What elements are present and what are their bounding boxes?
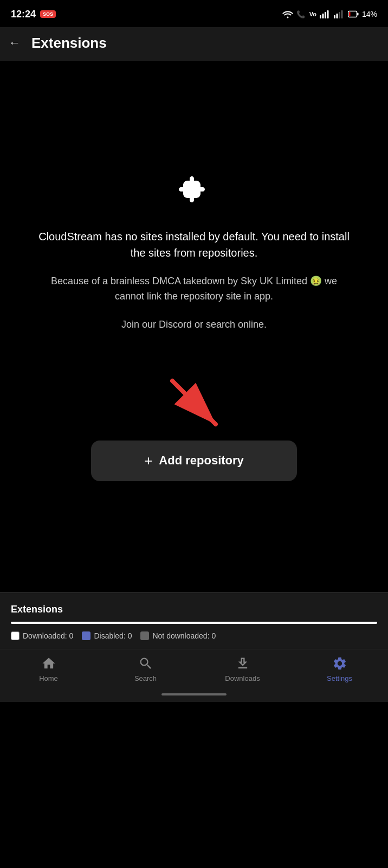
signal-icon (320, 10, 331, 18)
svg-rect-7 (339, 12, 340, 18)
disabled-dot (82, 631, 90, 640)
nav-item-search[interactable]: Search (97, 656, 194, 682)
svg-rect-4 (327, 10, 328, 18)
downloaded-dot (11, 631, 20, 640)
search-icon (138, 656, 153, 671)
status-bar: 12:24 SOS 📞 Vo (0, 0, 388, 27)
svg-rect-10 (357, 13, 359, 16)
extensions-section: Extensions Downloaded: 0 Disabled: 0 Not… (0, 592, 388, 649)
puzzle-icon (174, 172, 214, 213)
plus-icon: + (144, 452, 152, 469)
downloads-icon (235, 656, 250, 671)
svg-text:📞: 📞 (296, 10, 306, 18)
extensions-progress-bar (11, 622, 377, 624)
battery-icon (348, 10, 359, 18)
settings-icon (332, 656, 347, 671)
status-left: 12:24 SOS (11, 9, 56, 20)
nav-label-search: Search (134, 674, 157, 682)
dmca-text: Because of a brainless DMCA takedown by … (42, 274, 346, 304)
extensions-label: Extensions (11, 604, 377, 615)
not-downloaded-label: Not downloaded: 0 (152, 631, 216, 640)
add-repository-button[interactable]: + Add repository (91, 441, 297, 481)
svg-rect-1 (320, 15, 321, 18)
discord-text: Join our Discord or search online. (121, 317, 267, 332)
nav-item-home[interactable]: Home (0, 656, 97, 682)
signal2-icon (334, 10, 345, 18)
disabled-label: Disabled: 0 (94, 631, 132, 640)
svg-line-13 (172, 381, 216, 424)
svg-rect-11 (349, 12, 351, 16)
bottom-nav: Home Search Downloads Settings (0, 649, 388, 693)
home-indicator-bar (161, 693, 227, 695)
main-content: CloudStream has no sites installed by de… (0, 61, 388, 592)
status-time: 12:24 (11, 9, 36, 20)
description-text-1: CloudStream has no sites installed by de… (31, 228, 357, 261)
back-button[interactable]: ← (7, 34, 23, 52)
top-bar: ← Extensions (0, 27, 388, 61)
nav-item-settings[interactable]: Settings (291, 656, 388, 682)
nav-label-downloads: Downloads (225, 674, 260, 682)
bottom-indicator (0, 693, 388, 702)
volte-icon: Vo (309, 11, 316, 17)
svg-rect-6 (336, 14, 338, 18)
page-title: Extensions (31, 35, 107, 52)
status-right: 📞 Vo 14% (282, 10, 377, 18)
legend-not-downloaded: Not downloaded: 0 (140, 631, 216, 640)
add-repository-label: Add repository (159, 454, 243, 468)
arrow-btn-section: + Add repository (16, 375, 372, 481)
battery-percentage: 14% (362, 10, 377, 18)
legend-downloaded: Downloaded: 0 (11, 631, 73, 640)
nav-label-home: Home (39, 674, 58, 682)
svg-rect-8 (341, 10, 342, 18)
nav-label-settings: Settings (327, 674, 352, 682)
wifi-icon (282, 10, 293, 18)
not-downloaded-dot (140, 631, 149, 640)
legend-row: Downloaded: 0 Disabled: 0 Not downloaded… (11, 631, 377, 640)
svg-rect-2 (322, 14, 324, 18)
nav-item-downloads[interactable]: Downloads (194, 656, 291, 682)
downloaded-label: Downloaded: 0 (23, 631, 73, 640)
legend-disabled: Disabled: 0 (82, 631, 132, 640)
red-arrow-icon (145, 375, 243, 435)
svg-rect-5 (334, 15, 335, 18)
sos-badge: SOS (40, 10, 56, 18)
phone-icon: 📞 (296, 10, 306, 18)
arrow-container (16, 375, 372, 435)
home-icon (41, 656, 56, 671)
svg-rect-3 (325, 12, 326, 18)
